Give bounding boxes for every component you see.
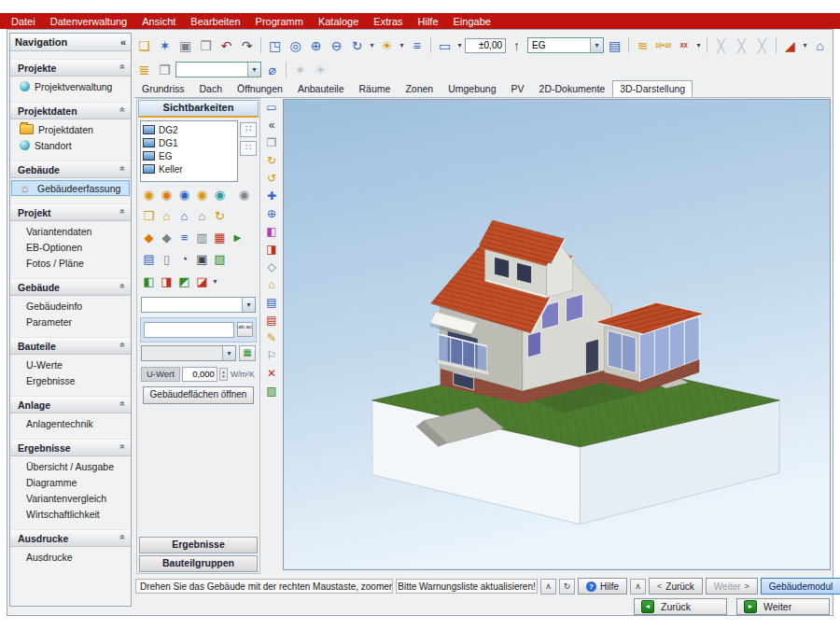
- menu-programm[interactable]: Programm: [248, 15, 311, 28]
- undo-icon[interactable]: ↶: [217, 35, 236, 55]
- collapse-sidebar-icon[interactable]: «: [120, 36, 126, 48]
- layer-row-eg[interactable]: EG: [143, 149, 235, 162]
- collapse-panel-icon[interactable]: «: [263, 118, 280, 133]
- storey-list-icon[interactable]: ≡: [407, 35, 427, 55]
- nav-item-ergebnisse-bauteile[interactable]: Ergebnisse: [10, 372, 131, 388]
- tab-raeume[interactable]: Räume: [352, 80, 399, 97]
- display-options-icon[interactable]: ☀: [377, 35, 397, 55]
- nav-item-uebersicht-ausgabe[interactable]: Übersicht / Ausgabe: [10, 458, 131, 474]
- menu-hilfe[interactable]: Hilfe: [411, 15, 446, 28]
- nav-item-eb-optionen[interactable]: EB-Optionen: [10, 239, 131, 255]
- component-groups-panel-button[interactable]: Bauteilgruppen: [139, 555, 258, 572]
- rotate-cw-icon[interactable]: ↻: [263, 153, 280, 168]
- collapse-help-icon[interactable]: ∧: [630, 579, 646, 595]
- storey-select[interactable]: EG ▾: [527, 37, 604, 53]
- tab-dach[interactable]: Dach: [192, 80, 231, 97]
- results-panel-button[interactable]: Ergebnisse: [139, 537, 258, 553]
- panel-blue-icon[interactable]: ▤: [263, 295, 280, 310]
- view-roof-icon[interactable]: ◉: [193, 186, 211, 203]
- nav-item-variantendaten[interactable]: Variantendaten: [10, 223, 131, 239]
- box-red-2-icon[interactable]: ◪: [193, 273, 211, 290]
- view-terrain-icon[interactable]: ◉: [211, 186, 229, 203]
- tab-oeffnungen[interactable]: Öffnungen: [230, 80, 290, 97]
- zoom-out-icon[interactable]: ⊖: [327, 35, 346, 55]
- menu-datenverwaltung[interactable]: Datenverwaltung: [43, 15, 135, 28]
- level-up-icon[interactable]: ↑: [507, 35, 526, 55]
- nav-item-standort[interactable]: Standort: [10, 137, 131, 153]
- measure-3-icon[interactable]: ╳: [752, 35, 772, 55]
- nav-item-projektverwaltung[interactable]: Projektverwaltung: [10, 78, 131, 94]
- building-3d-icon[interactable]: ⌂: [810, 35, 830, 55]
- sun-disabled-icon[interactable]: ☀: [311, 60, 330, 79]
- box-green-2-icon[interactable]: ◩: [175, 273, 193, 290]
- check-all-grid-icon[interactable]: ∷: [240, 122, 257, 137]
- grid-red-icon[interactable]: ▦: [211, 229, 229, 246]
- diamond-orange-icon[interactable]: ◆: [140, 229, 158, 246]
- help-button[interactable]: ? Hilfe: [578, 578, 627, 595]
- refresh-model-icon[interactable]: ↻: [211, 207, 229, 225]
- view-storeys-icon[interactable]: ◉: [140, 186, 158, 203]
- flag-icon[interactable]: ⚐: [263, 348, 280, 363]
- zoom-all-icon[interactable]: ◎: [286, 35, 305, 55]
- wizard-back-button[interactable]: ◄ Zurück: [634, 598, 727, 615]
- nav-item-ausdrucke[interactable]: Ausdrucke: [10, 549, 131, 565]
- target-icon[interactable]: ⊕: [263, 206, 280, 221]
- move-icon[interactable]: ✚: [263, 189, 280, 203]
- view-extras-icon[interactable]: ◉: [235, 186, 253, 203]
- open-folder-icon[interactable]: ❒: [140, 207, 158, 225]
- dropdown-caret-icon[interactable]: ▾: [455, 35, 464, 55]
- next-step-button[interactable]: Weiter >: [706, 578, 758, 595]
- star-disabled-icon[interactable]: ✶: [290, 60, 310, 79]
- monitor-icon[interactable]: ▭: [435, 35, 455, 55]
- tab-2d-dokumente[interactable]: 2D-Dokumente: [532, 80, 613, 97]
- tab-pv[interactable]: PV: [504, 80, 532, 97]
- building-module-button[interactable]: Gebäudemodul: [761, 578, 840, 595]
- spin-down-icon[interactable]: ▾: [222, 374, 225, 379]
- u-wert-input[interactable]: 0,000: [182, 367, 217, 382]
- nav-section-ergebnisse[interactable]: Ergebnisse: [10, 439, 131, 456]
- search-select[interactable]: ▾: [175, 62, 261, 77]
- nav-section-ausdrucke[interactable]: Ausdrucke: [10, 529, 131, 547]
- component-select[interactable]: ▾: [141, 297, 256, 313]
- nav-item-variantenvergleich[interactable]: Variantenvergleich: [10, 490, 131, 506]
- nav-item-parameter[interactable]: Parameter: [10, 314, 131, 329]
- collapse-warning-icon[interactable]: ∧: [540, 579, 556, 595]
- back-step-button[interactable]: < Zurück: [649, 578, 703, 595]
- dropdown-caret-icon[interactable]: ▾: [211, 272, 219, 291]
- nav-item-projektdaten[interactable]: Projektdaten: [10, 121, 131, 137]
- u-wert-spinner[interactable]: ▴ ▾: [219, 368, 228, 381]
- hatch-green-icon[interactable]: ▨: [263, 384, 280, 399]
- diamond-gray-icon[interactable]: ◆: [158, 229, 175, 246]
- tab-anbauteile[interactable]: Anbauteile: [290, 80, 352, 97]
- view-walls-icon[interactable]: ◉: [158, 186, 175, 203]
- roof-icon[interactable]: ◢: [780, 35, 800, 55]
- layer-row-dg1[interactable]: DG1: [143, 136, 235, 149]
- nav-section-anlage[interactable]: Anlage: [10, 396, 131, 413]
- cube-red-icon[interactable]: ◨: [263, 242, 280, 257]
- layers-icon[interactable]: ≣: [134, 60, 154, 79]
- wizard-next-button[interactable]: ► Weiter: [736, 598, 830, 615]
- nav-item-gebaeudeerfassung[interactable]: Gebäudeerfassung: [11, 180, 130, 196]
- material-select[interactable]: ▾: [141, 345, 236, 361]
- measure-2-icon[interactable]: ╳: [732, 35, 751, 55]
- magnifier-icon[interactable]: ⌀: [262, 60, 282, 79]
- delete-icon[interactable]: ✕: [263, 366, 280, 381]
- nav-section-projekt[interactable]: Projekt: [10, 203, 131, 221]
- menu-kataloge[interactable]: Kataloge: [311, 15, 366, 28]
- nav-section-projekte[interactable]: Projekte: [10, 59, 131, 77]
- dropdown-caret-icon[interactable]: ▾: [368, 35, 376, 55]
- panel-red-icon[interactable]: ▤: [263, 313, 280, 328]
- rename-icon[interactable]: ab ac: [237, 322, 253, 337]
- dropdown-caret-icon[interactable]: ▾: [801, 35, 809, 55]
- nav-section-bauteile[interactable]: Bauteile: [10, 337, 131, 355]
- tab-3d-darstellung[interactable]: 3D-Darstellung: [612, 80, 693, 97]
- component-name-field[interactable]: [144, 322, 234, 338]
- columns-icon[interactable]: ▥: [193, 229, 211, 246]
- cube-magenta-icon[interactable]: ◧: [263, 224, 280, 239]
- tab-umgebung[interactable]: Umgebung: [441, 80, 503, 97]
- redo-icon[interactable]: ↷: [237, 35, 257, 55]
- menu-eingabe[interactable]: Eingabe: [446, 15, 498, 28]
- menu-bearbeiten[interactable]: Bearbeiten: [183, 15, 247, 28]
- roof-yellow-icon[interactable]: ⌂: [263, 277, 280, 292]
- zoom-in-icon[interactable]: ⊕: [306, 35, 326, 55]
